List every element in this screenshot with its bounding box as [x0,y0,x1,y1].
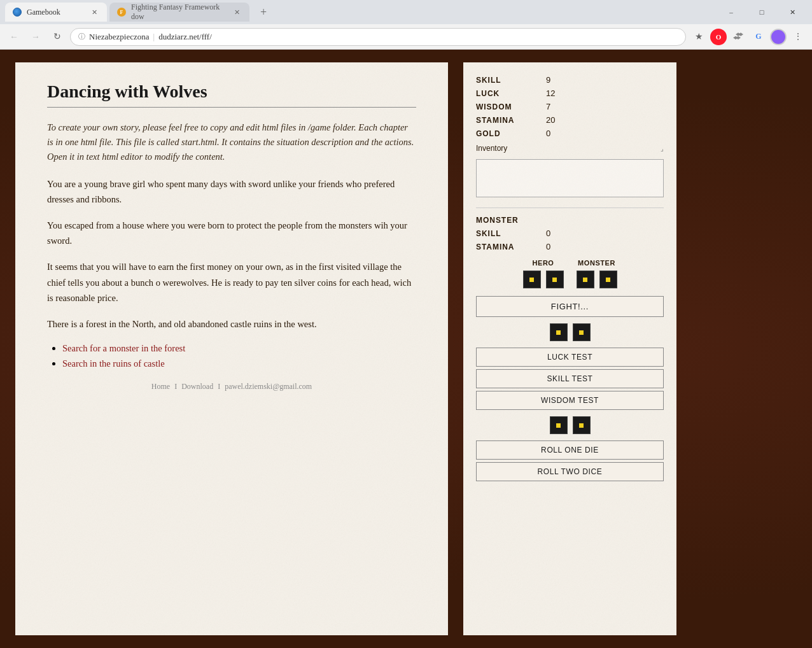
story-intro: To create your own story, please feel fr… [47,120,416,165]
url-protocol: Niezabezpieczona [89,32,150,42]
hero-die-2 [546,271,564,288]
hero-dice-group: HERO [523,259,564,288]
test-buttons-group: LUCK TEST SKILL TEST WISDOM TEST [476,348,664,410]
tab-fff[interactable]: F Fighting Fantasy Framework dow ✕ [109,3,249,22]
roll-one-die-button[interactable]: ROLL ONE DIE [476,440,664,460]
test-die-1-pip [556,330,561,335]
gold-row: GOLD 0 [476,129,664,138]
story-paragraph-4: There is a forest in the North, and old … [47,316,416,332]
roll-two-dice-button[interactable]: ROLL TWO DICE [476,462,664,481]
test-die-2-pip [579,330,584,335]
title-divider [47,107,416,108]
monster-die-2 [599,271,617,288]
choice-link-castle[interactable]: Search in the ruins of castle [62,358,165,369]
choice-item-2: Search in the ruins of castle [62,358,416,369]
footer-download-link[interactable]: Download [181,382,213,391]
menu-icon[interactable]: ⋮ [789,28,807,46]
choice-link-forest[interactable]: Search for a monster in the forest [62,343,185,353]
story-paragraph-1: You are a young brave girl who spent man… [47,176,416,208]
window-controls: – □ ✕ [717,0,807,24]
monster-stamina-value: 0 [546,242,550,251]
inventory-label: Inventory [476,144,507,153]
stamina-value: 20 [546,115,555,125]
story-paragraph-2: You escaped from a house where you were … [47,218,416,249]
monster-dice-group: MONSTER [577,259,617,288]
hero-die-2-pip [552,278,557,282]
story-title: Dancing with Wolves [47,81,416,102]
tab-gamebook-close[interactable]: ✕ [89,7,99,17]
fight-button[interactable]: FIGHT!... [476,296,664,317]
hero-die-1-pip [529,278,534,282]
skill-row: SKILL 9 [476,75,664,85]
gold-label: GOLD [476,129,533,138]
browser-chrome: Gamebook ✕ F Fighting Fantasy Framework … [0,0,812,50]
star-icon[interactable]: ★ [690,28,708,46]
skill-test-button[interactable]: SKILL TEST [476,369,664,388]
monster-dice-pair [577,271,617,288]
profile-avatar[interactable] [770,29,787,45]
roll-dice-row [476,416,664,434]
test-dice-row [476,323,664,341]
story-choices: Search for a monster in the forest Searc… [47,342,416,369]
title-bar: Gamebook ✕ F Fighting Fantasy Framework … [0,0,812,24]
roll-buttons-group: ROLL ONE DIE ROLL TWO DICE [476,440,664,481]
monster-skill-value: 0 [546,229,550,238]
luck-row: LUCK 12 [476,88,664,98]
refresh-button[interactable]: ↻ [48,28,66,46]
section-divider-1 [476,208,664,208]
url-address: dudziarz.net/fff/ [158,32,212,42]
monster-stamina-row: STAMINA 0 [476,242,664,251]
wisdom-test-button[interactable]: WISDOM TEST [476,391,664,410]
monster-die-1-pip [583,278,587,282]
choice-item-1: Search for a monster in the forest [62,342,416,354]
roll-die-1 [550,416,568,434]
url-bar[interactable]: ⓘ Niezabezpieczona | dudziarz.net/fff/ [70,28,686,46]
roll-die-2-pip [579,423,584,428]
gold-value: 0 [546,129,550,138]
wisdom-value: 7 [546,102,550,111]
tab-gamebook-label: Gamebook [27,8,60,17]
monster-stamina-label: STAMINA [476,243,533,251]
story-panel: Dancing with Wolves To create your own s… [15,62,448,635]
maximize-button[interactable]: □ [747,0,776,24]
translate-icon[interactable]: G [750,28,767,46]
roll-die-1-pip [556,423,561,428]
luck-value: 12 [546,88,555,98]
tab-fff-close[interactable]: ✕ [232,7,242,17]
back-button[interactable]: ← [5,28,23,46]
footer-home-link[interactable]: Home [151,382,170,391]
stats-panel: SKILL 9 LUCK 12 WISDOM 7 STAMINA 20 GOLD… [463,62,676,635]
resize-corner: ⌟ [661,142,664,153]
stamina-row: STAMINA 20 [476,115,664,125]
wisdom-label: WISDOM [476,102,533,111]
address-bar: ← → ↻ ⓘ Niezabezpieczona | dudziarz.net/… [0,24,812,50]
monster-dice-label: MONSTER [578,259,615,267]
wisdom-row: WISDOM 7 [476,102,664,111]
hero-dice-label: HERO [533,259,554,267]
minimize-button[interactable]: – [717,0,746,24]
story-paragraph-3: It seems that you will have to earn the … [47,259,416,306]
fff-tab-icon: F [117,8,126,17]
tab-gamebook[interactable]: Gamebook ✕ [5,3,107,22]
test-die-2 [573,323,591,341]
close-button[interactable]: ✕ [778,0,807,24]
luck-test-button[interactable]: LUCK TEST [476,348,664,367]
combat-dice-section: HERO MONSTER [476,259,664,288]
dropbox-icon[interactable] [729,28,747,46]
monster-die-1 [577,271,594,288]
gamebook-tab-icon [13,8,22,17]
monster-skill-label: SKILL [476,229,533,238]
roll-die-2 [573,416,591,434]
test-die-1 [550,323,568,341]
story-footer: Home I Download I pawel.dziemski@gmail.c… [47,382,416,391]
footer-email-link[interactable]: pawel.dziemski@gmail.com [225,382,312,391]
opera-icon[interactable]: O [710,29,727,45]
new-tab-button[interactable]: + [255,3,272,21]
main-content: Dancing with Wolves To create your own s… [0,50,812,648]
tab-fff-label: Fighting Fantasy Framework dow [131,3,227,22]
luck-label: LUCK [476,89,533,98]
inventory-textarea[interactable] [476,159,664,197]
hero-dice-pair [523,271,564,288]
stamina-label: STAMINA [476,116,533,125]
forward-button[interactable]: → [27,28,45,46]
